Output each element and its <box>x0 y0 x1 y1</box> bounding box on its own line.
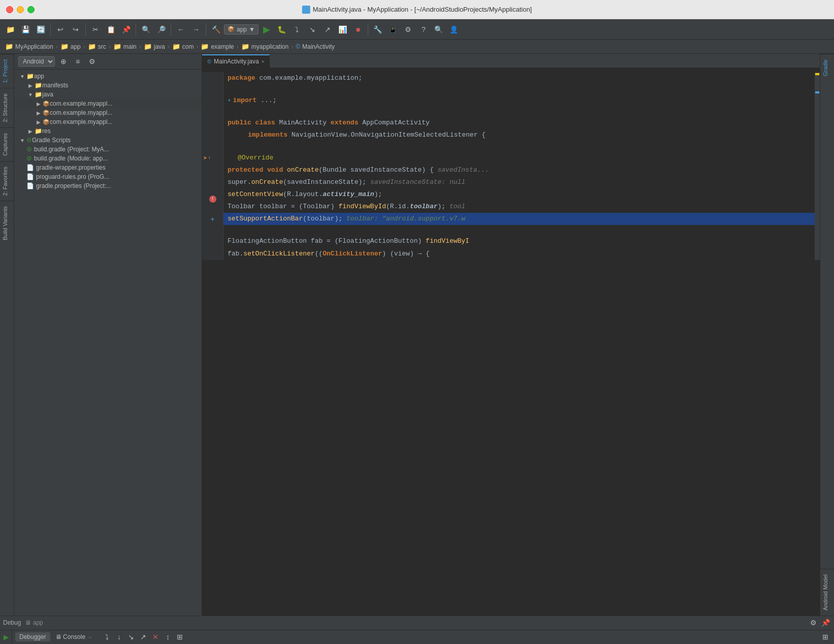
step-into-btn[interactable]: ↘ <box>305 22 319 37</box>
debug-btn[interactable]: 🐛 <box>275 22 289 37</box>
user-btn[interactable]: 👤 <box>447 22 461 37</box>
minimize-button[interactable] <box>17 6 24 13</box>
sidebar-tab-project[interactable]: 1: Project <box>0 54 14 88</box>
sdk-manager-btn[interactable]: 🔧 <box>371 22 385 37</box>
tree-item-proguard[interactable]: 📄 proguard-rules.pro (ProG... <box>14 172 202 181</box>
gutter-error-line: ! <box>202 194 223 204</box>
sidebar-tab-favorites[interactable]: 2: Favorites <box>0 161 14 201</box>
tree-item-build-gradle-proj[interactable]: ⚙ build.gradle (Project: MyA... <box>14 145 202 154</box>
code-line-setsupport: setSupportActionBar(toolbar); toolbar: "… <box>223 213 815 225</box>
prop-file-icon: 📄 <box>26 182 34 189</box>
open-folder-btn[interactable]: 📁 <box>3 22 17 37</box>
sidebar-tab-build-variants[interactable]: Build Variants <box>0 201 14 245</box>
debugger-tab[interactable]: Debugger <box>15 632 50 641</box>
tree-item-pkg2[interactable]: ▶ 📦 com.example.myappl... <box>14 108 202 117</box>
gradle-file-icon: ⚙ <box>26 155 32 162</box>
step-over-debug-btn[interactable]: ⤵ <box>101 632 112 642</box>
sync-project-btn[interactable]: ⊕ <box>58 56 69 67</box>
step-force-btn[interactable]: ↘ <box>125 632 137 642</box>
paste-btn[interactable]: 📌 <box>119 22 133 37</box>
console-tab[interactable]: 🖥 Console → <box>51 632 97 641</box>
breadcrumb-java[interactable]: 📁 java <box>142 42 167 51</box>
project-view-selector[interactable]: Android Project <box>18 56 55 67</box>
folder-icon: 📁 <box>35 91 42 98</box>
java-file-icon: © <box>207 58 211 65</box>
sync-btn[interactable]: 🔄 <box>34 22 48 37</box>
gutter-line <box>202 72 223 82</box>
find-btn[interactable]: 🔎 <box>154 22 168 37</box>
stop-btn[interactable]: ■ <box>351 22 365 37</box>
sidebar-tab-structure[interactable]: 2: Structure <box>0 88 14 127</box>
tree-item-gradle-wrapper[interactable]: 📄 gradle-wrapper.properties <box>14 163 202 172</box>
settings-btn[interactable]: ⚙ <box>401 22 415 37</box>
debug-settings-btn[interactable]: ⚙ <box>808 617 819 628</box>
undo-btn[interactable]: ↩ <box>53 22 68 37</box>
breadcrumb-main[interactable]: 📁 main <box>111 42 139 51</box>
toolbar-sep-2 <box>85 23 86 36</box>
tree-item-java[interactable]: ▼ 📁 java <box>14 90 202 99</box>
back-btn[interactable]: ← <box>174 22 188 37</box>
tree-item-gradle-props[interactable]: 📄 gradle.properties (Project:... <box>14 181 202 190</box>
make-project-btn[interactable]: 🔨 <box>209 22 223 37</box>
breadcrumb-myapplication[interactable]: 📁 MyApplication <box>3 42 55 51</box>
breadcrumb-example[interactable]: 📁 example <box>199 42 236 51</box>
sidebar-tab-captures[interactable]: Captures <box>0 127 14 161</box>
maximize-button[interactable] <box>27 6 35 13</box>
drop-frame-btn[interactable]: ✕ <box>150 632 161 642</box>
tree-item-pkg1[interactable]: ▶ 📦 com.example.myappl... <box>14 99 202 108</box>
coverage-btn[interactable]: 📊 <box>336 22 350 37</box>
search-everywhere-btn[interactable]: 🔍 <box>432 22 446 37</box>
tree-item-res[interactable]: ▶ 📁 res <box>14 126 202 136</box>
close-button[interactable] <box>6 6 13 13</box>
run-to-cursor-btn[interactable]: ↕ <box>162 632 173 642</box>
sidebar-tab-gradle[interactable]: Gradle <box>820 54 834 81</box>
code-content-area[interactable]: package com.example.myapplication; + imp… <box>223 72 815 260</box>
run-btn[interactable]: ▶ <box>260 22 274 37</box>
sidebar-tab-android-model[interactable]: Android Model <box>820 569 834 616</box>
breadcrumb-com[interactable]: 📁 com <box>170 42 196 51</box>
editor-scrollbar[interactable] <box>815 72 820 260</box>
cut-btn[interactable]: ✂ <box>88 22 103 37</box>
expand-arrow: ▼ <box>26 92 35 98</box>
debug-tab-settings-btn[interactable]: ⊞ <box>820 632 831 642</box>
search-btn[interactable]: 🔍 <box>139 22 153 37</box>
expand-import-btn[interactable]: + <box>228 96 231 105</box>
tree-item-build-gradle-mod[interactable]: ⚙ build.gradle (Module: app... <box>14 154 202 163</box>
step-out-debug-btn[interactable]: ↗ <box>138 632 149 642</box>
help-btn[interactable]: ? <box>416 22 431 37</box>
save-btn[interactable]: 💾 <box>18 22 33 37</box>
code-editor[interactable]: ➤ ↑ ! + <box>202 68 820 616</box>
redo-btn[interactable]: ↪ <box>69 22 83 37</box>
debug-left-icons: ▶ ⏸ ■ 🔇 + 📷 🔀 <box>0 630 12 644</box>
code-line-super: super.onCreate(savedInstanceState); save… <box>223 176 815 188</box>
editor-tab-mainactivity[interactable]: © MainActivity.java × <box>202 54 270 68</box>
step-out-btn[interactable]: ↗ <box>320 22 335 37</box>
tab-close-btn[interactable]: × <box>262 59 265 65</box>
project-tree: ▼ 📁 app ▶ 📁 manifests ▼ 📁 java ▶ <box>14 70 202 616</box>
copy-btn[interactable]: 📋 <box>104 22 118 37</box>
eval-expr-btn[interactable]: ⊞ <box>174 632 185 642</box>
resume-btn[interactable]: ▶ <box>1 632 11 642</box>
tree-item-manifests[interactable]: ▶ 📁 manifests <box>14 81 202 90</box>
debug-pin-btn[interactable]: 📌 <box>820 617 831 628</box>
forward-btn[interactable]: → <box>189 22 203 37</box>
main-layout: 1: Project 2: Structure Captures 2: Favo… <box>0 54 834 616</box>
tree-item-gradle-scripts[interactable]: ▼ ⚙ Gradle Scripts <box>14 136 202 145</box>
breadcrumb-myapplication2[interactable]: 📁 myapplication <box>239 42 291 51</box>
breadcrumb-sep-3: › <box>109 43 111 50</box>
settings-project-btn[interactable]: ⚙ <box>86 56 98 67</box>
step-over-btn[interactable]: ⤵ <box>290 22 304 37</box>
java-icon: © <box>296 43 300 50</box>
tree-item-pkg3[interactable]: ▶ 📦 com.example.myappl... <box>14 117 202 126</box>
expand-arrow: ▼ <box>18 74 26 79</box>
breadcrumb-mainactivity[interactable]: © MainActivity <box>294 42 337 51</box>
code-line-override: @Override <box>223 152 815 164</box>
app-selector[interactable]: 📦 app ▼ <box>224 24 259 35</box>
breadcrumb-src[interactable]: 📁 src <box>86 42 108 51</box>
collapse-all-btn[interactable]: ≡ <box>72 56 83 67</box>
step-into-debug-btn[interactable]: ↓ <box>113 632 124 642</box>
breadcrumb-app[interactable]: 📁 app <box>58 42 83 51</box>
tree-item-app[interactable]: ▼ 📁 app <box>14 72 202 81</box>
avd-manager-btn[interactable]: 📱 <box>386 22 400 37</box>
breadcrumb-sep-8: › <box>291 43 293 50</box>
